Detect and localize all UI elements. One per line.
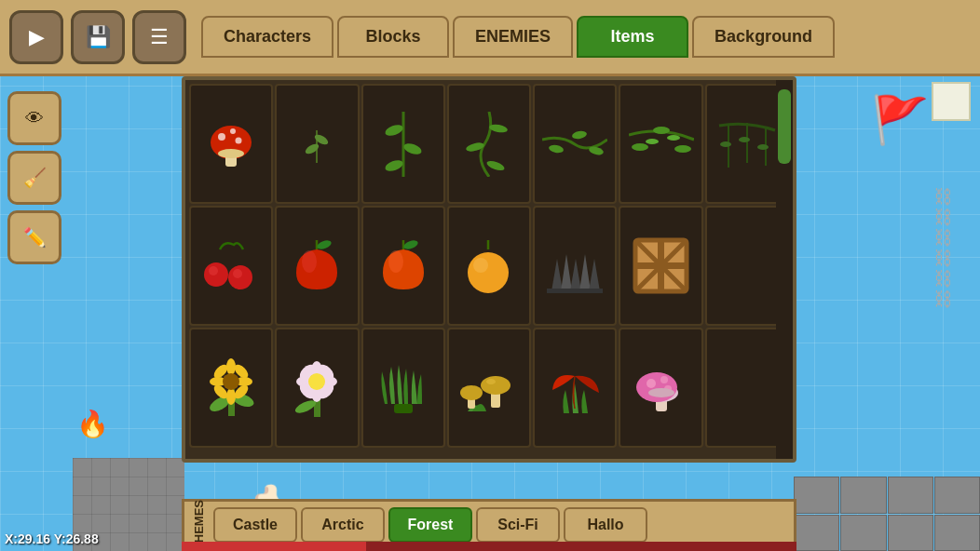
svg-point-27 (720, 141, 731, 147)
svg-marker-46 (579, 254, 591, 291)
svg-point-15 (485, 158, 506, 171)
white-box (932, 82, 971, 121)
svg-point-38 (402, 239, 419, 251)
stone-tile (934, 477, 980, 514)
svg-point-42 (473, 258, 488, 273)
svg-point-36 (302, 250, 317, 273)
grid-cell-cherry[interactable] (189, 206, 273, 326)
grid-cell-vine-horizontal[interactable] (533, 84, 617, 204)
progress-bar (182, 542, 796, 551)
grid-cell-pink-mushroom[interactable] (619, 328, 702, 448)
svg-point-3 (236, 137, 242, 143)
theme-scifi[interactable]: Sci-Fi (476, 507, 560, 543)
tab-characters[interactable]: Characters (201, 16, 333, 58)
svg-rect-80 (394, 404, 413, 413)
svg-point-22 (646, 139, 659, 144)
svg-point-39 (388, 250, 403, 273)
svg-point-29 (757, 144, 769, 150)
svg-point-28 (739, 137, 750, 142)
svg-point-79 (308, 373, 325, 390)
svg-marker-47 (589, 259, 600, 291)
svg-point-17 (572, 129, 588, 140)
svg-point-1 (218, 133, 225, 141)
theme-forest[interactable]: Forest (388, 507, 472, 543)
svg-rect-48 (547, 289, 603, 293)
svg-point-11 (402, 141, 423, 155)
scroll-thumb[interactable] (778, 89, 791, 164)
svg-point-84 (481, 376, 510, 395)
items-grid-panel (182, 76, 796, 463)
play-button[interactable]: ▶ (9, 10, 63, 64)
stone-tile (888, 477, 933, 514)
stone-tile (794, 477, 839, 514)
stone-tile (888, 515, 933, 552)
svg-point-10 (384, 122, 404, 137)
svg-point-68 (223, 373, 239, 390)
flag: 🚩 (871, 93, 929, 147)
svg-point-5 (218, 149, 244, 158)
theme-arctic[interactable]: Arctic (301, 507, 385, 543)
grid-cell-vine-straight[interactable] (361, 84, 445, 204)
stone-tiles-bottom-right (794, 477, 980, 551)
grid-cell-crate[interactable] (619, 206, 702, 326)
svg-point-90 (660, 376, 668, 383)
svg-point-20 (653, 127, 670, 134)
svg-point-7 (304, 141, 320, 155)
svg-marker-44 (561, 254, 572, 291)
svg-point-60 (226, 358, 236, 375)
svg-point-89 (647, 379, 656, 388)
progress-fill (182, 542, 366, 551)
menu-button[interactable]: ☰ (132, 10, 186, 64)
svg-point-61 (226, 388, 236, 405)
svg-point-16 (549, 143, 565, 154)
svg-point-33 (233, 269, 242, 278)
grid-cell-vine-bent[interactable] (447, 84, 531, 204)
grid-cell-spikes[interactable] (533, 206, 617, 326)
svg-marker-45 (570, 259, 581, 291)
grid-cell-orange[interactable] (447, 206, 531, 326)
grid-cell-mushroom-cluster[interactable] (447, 328, 531, 448)
pencil-button[interactable]: ✏️ (7, 210, 61, 264)
tab-background[interactable]: Background (692, 16, 835, 58)
grid-cell-flower[interactable] (275, 328, 359, 448)
grid-cell-tomato[interactable] (361, 206, 445, 326)
tab-items[interactable]: Items (577, 16, 688, 58)
theme-hallo[interactable]: Hallo (564, 507, 647, 543)
left-sidebar: 👁 🧹 ✏️ (0, 84, 73, 272)
eraser-button[interactable]: 🧹 (7, 151, 61, 205)
grid-cell-apple[interactable] (275, 206, 359, 326)
tab-blocks[interactable]: Blocks (337, 16, 449, 58)
svg-point-35 (317, 239, 333, 251)
chain: ⛓⛓⛓⛓⛓⛓ (933, 186, 952, 309)
grid-cell-sunflower[interactable] (189, 328, 273, 448)
save-button[interactable]: 💾 (71, 10, 125, 64)
svg-point-41 (468, 252, 509, 293)
stone-tile (840, 477, 886, 514)
grid-cell-grass[interactable] (361, 328, 445, 448)
grid-cell-red-mushroom[interactable] (189, 84, 273, 204)
svg-point-23 (667, 135, 680, 141)
svg-point-2 (230, 128, 236, 134)
svg-point-19 (632, 143, 648, 151)
coordinates: X:29.16 Y:26.88 (5, 531, 99, 546)
toolbar: ▶ 💾 ☰ Characters Blocks ENEMIES Items Ba… (0, 0, 980, 76)
grid-cell-small-plant[interactable] (275, 84, 359, 204)
svg-point-92 (648, 388, 674, 397)
svg-point-12 (384, 157, 404, 172)
stone-tile (934, 515, 980, 552)
svg-rect-54 (658, 240, 664, 291)
stone-tile (840, 515, 886, 552)
tab-bar: Characters Blocks ENEMIES Items Backgrou… (201, 16, 835, 58)
scroll-bar[interactable] (776, 80, 793, 459)
stone-tile (794, 515, 839, 552)
eye-button[interactable]: 👁 (7, 91, 61, 145)
svg-point-21 (674, 145, 691, 153)
tab-enemies[interactable]: ENEMIES (453, 16, 573, 58)
svg-point-31 (209, 266, 218, 276)
theme-castle[interactable]: Castle (213, 507, 297, 543)
svg-point-85 (486, 379, 496, 384)
grid-cell-red-leaf[interactable] (533, 328, 617, 448)
grid-cell-vine-curved[interactable] (619, 84, 702, 204)
svg-marker-43 (551, 259, 563, 291)
items-grid (185, 80, 793, 451)
